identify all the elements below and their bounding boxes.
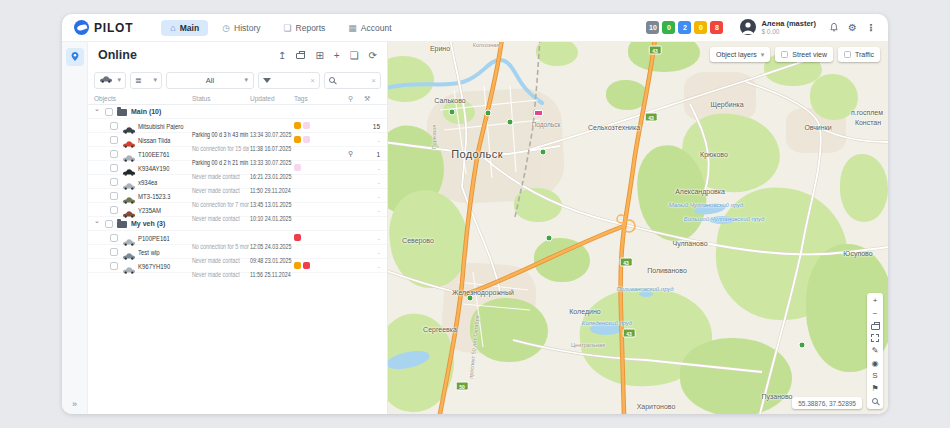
group-row[interactable]: ⌄ My veh (3) — [88, 217, 387, 231]
grouping-dropdown[interactable]: ≣ ▾ — [130, 72, 162, 89]
object-name: P100PE161 — [138, 235, 170, 242]
traffic-toggle[interactable]: Traffic — [838, 47, 880, 62]
zoom-in-icon[interactable]: + — [867, 295, 883, 308]
expand-panel-button[interactable]: » — [62, 399, 87, 409]
clear-icon[interactable]: × — [310, 76, 315, 85]
chevron-down-icon[interactable]: ⌄ — [94, 105, 100, 113]
add-folder-icon[interactable]: ⊞ — [315, 50, 323, 61]
map-controls: Object layers ▾ Street view Traffic — [710, 47, 880, 62]
bell-icon[interactable] — [829, 22, 839, 33]
select-area-icon[interactable] — [867, 332, 883, 345]
vehicle-icon — [122, 266, 136, 275]
object-row[interactable]: P100PE161 No connection for 5 mon 12:05 … — [88, 231, 387, 245]
group-select[interactable]: All ▾ — [166, 72, 254, 89]
print-map-icon[interactable] — [867, 320, 883, 333]
map-coordinates[interactable]: 55.38876, 37.52895 — [792, 397, 862, 409]
traffic-checkbox[interactable] — [844, 51, 851, 58]
refresh-icon[interactable]: ⟳ — [369, 50, 377, 61]
select-area-glyph — [871, 334, 879, 342]
map-label: Малый Чулпановский пруд — [669, 202, 744, 208]
group-checkbox[interactable] — [105, 220, 113, 228]
routes-icon[interactable]: S — [867, 370, 883, 383]
main-nav: ⌂ Main ◷ History ❏ Reports ▦ Account — [161, 20, 400, 36]
object-layers-dropdown[interactable]: Object layers ▾ — [710, 47, 770, 62]
search-location-icon[interactable] — [867, 395, 883, 408]
funnel-icon — [263, 78, 271, 83]
group-checkbox[interactable] — [105, 108, 113, 116]
draw-icon[interactable]: ✎ — [867, 345, 883, 358]
row-checkbox[interactable] — [110, 234, 118, 242]
chevron-down-icon: ▾ — [761, 51, 765, 59]
zoom-out-icon[interactable]: − — [867, 307, 883, 320]
tag-swatch — [294, 262, 301, 269]
row-checkbox[interactable] — [110, 178, 118, 186]
row-checkbox[interactable] — [110, 122, 118, 130]
row-checkbox[interactable] — [110, 262, 118, 270]
clear-icon[interactable]: × — [371, 76, 376, 85]
counter-badge-yellow[interactable]: 0 — [694, 21, 707, 34]
export-icon[interactable]: ↥ — [278, 50, 286, 61]
object-row[interactable]: K934AY190 Never made contact 16:21 23.01… — [88, 161, 387, 175]
chevron-down-icon[interactable]: ⌄ — [94, 217, 100, 225]
nav-tab-account[interactable]: ▦ Account — [339, 20, 400, 36]
driver-column-icon[interactable]: ⚒ — [364, 95, 370, 103]
counter-badge-red[interactable]: 8 — [710, 21, 723, 34]
kebab-menu-icon[interactable]: ⋮ — [866, 22, 876, 33]
counter-badge-blue[interactable]: 2 — [678, 21, 691, 34]
object-row[interactable]: Nissan Tiida No connection for 15 day 11… — [88, 133, 387, 147]
column-updated[interactable]: Updated — [250, 95, 275, 102]
object-tags — [294, 234, 301, 241]
street-view-toggle[interactable]: Street view — [775, 47, 833, 62]
monitoring-pin-button[interactable] — [66, 48, 84, 66]
add-object-icon[interactable]: + — [334, 50, 340, 61]
tag-swatch — [294, 122, 301, 129]
nav-label: Main — [180, 23, 199, 33]
geofences-icon[interactable]: ◉ — [867, 357, 883, 370]
row-checkbox[interactable] — [110, 150, 118, 158]
railway-station-marker — [534, 110, 543, 116]
row-checkbox[interactable] — [110, 206, 118, 214]
column-status[interactable]: Status — [192, 95, 210, 102]
row-checkbox[interactable] — [110, 248, 118, 256]
row-checkbox[interactable] — [110, 164, 118, 172]
key-column-icon[interactable]: ⚲ — [348, 95, 353, 103]
counter-badge-green[interactable]: 0 — [662, 21, 675, 34]
search-input[interactable]: × — [324, 72, 381, 89]
object-count: - — [360, 207, 380, 214]
group-row[interactable]: ⌄ Main (10) — [88, 105, 387, 119]
object-row[interactable]: T100EE761 Parking 00 d 2 h 21 min 13:33 … — [88, 147, 387, 161]
object-row[interactable]: x934ea Never made contact 11:50 29.11.20… — [88, 175, 387, 189]
filter-input[interactable]: × — [258, 72, 320, 89]
counter-badge-total[interactable]: 10 — [646, 21, 659, 34]
chevron-down-icon: ▾ — [153, 76, 157, 84]
object-row[interactable]: МТЗ-1523.3 No connection for 7 mon 13:45… — [88, 189, 387, 203]
panel-toolbar: ↥ ⊞ + ❏ ⟳ — [278, 50, 377, 61]
app-logo[interactable]: PILOT — [74, 20, 133, 35]
column-objects[interactable]: Objects — [94, 95, 116, 102]
map-area[interactable]: ЕриноКолхознаяСальковоПодольскПодольскСе… — [388, 42, 888, 414]
nav-tab-reports[interactable]: ❏ Reports — [274, 20, 334, 36]
user-menu[interactable]: Алена (master) $ 0.00 — [740, 19, 816, 36]
object-row[interactable]: Y235AM Never made contact 10:10 24.01.20… — [88, 203, 387, 217]
panel-title: Online — [98, 48, 137, 62]
object-row[interactable]: K967YH190 Never made contact 11:56 25.11… — [88, 259, 387, 273]
park-marker — [485, 110, 492, 117]
row-checkbox[interactable] — [110, 192, 118, 200]
column-tags[interactable]: Tags — [294, 95, 308, 102]
gear-icon[interactable]: ⚙ — [848, 22, 857, 33]
vehicle-type-dropdown[interactable]: ▾ — [94, 72, 126, 89]
row-checkbox[interactable] — [110, 136, 118, 144]
map-label: Поливановский пруд — [616, 286, 673, 292]
object-row[interactable]: Mitsubishi Pajero Parking 00 d 3 h 43 mi… — [88, 119, 387, 133]
group-name: My veh (3) — [131, 220, 165, 227]
markers-icon[interactable]: ⚑ — [867, 382, 883, 395]
object-count: 15 — [360, 123, 380, 130]
road-shield: 43 — [623, 329, 636, 338]
object-row[interactable]: Test wlp Never made contact 09:48 23.01.… — [88, 245, 387, 259]
print-icon[interactable] — [296, 50, 305, 61]
document-icon[interactable]: ❏ — [350, 50, 359, 61]
nav-tab-main[interactable]: ⌂ Main — [161, 20, 208, 36]
street-view-checkbox[interactable] — [781, 51, 788, 58]
map-label: п.госплем — [851, 109, 883, 116]
nav-tab-history[interactable]: ◷ History — [213, 20, 269, 36]
